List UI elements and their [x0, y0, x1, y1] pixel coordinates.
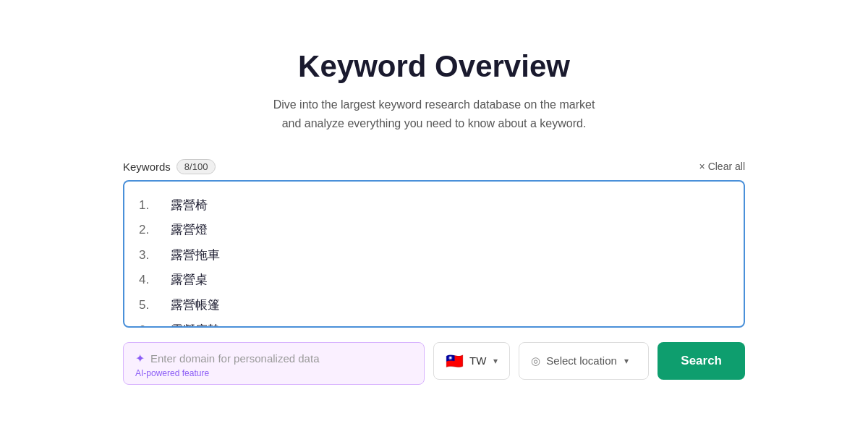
ai-powered-label: AI-powered feature	[135, 368, 412, 378]
sparkle-icon: ✦	[135, 352, 145, 365]
clear-all-button[interactable]: × Clear all	[699, 161, 745, 172]
keyword-text: 露營床墊	[171, 320, 220, 326]
keywords-count-badge: 8/100	[176, 159, 216, 174]
location-selector[interactable]: ◎ Select location ▾	[519, 342, 649, 380]
keywords-label-row: Keywords 8/100 × Clear all	[123, 159, 745, 174]
chevron-down-icon: ▾	[493, 356, 498, 366]
keyword-num: 3.	[139, 244, 156, 267]
list-item: 2.露營燈	[139, 218, 729, 243]
bottom-row: ✦ AI-powered feature 🇹🇼 TW ▾ ◎ Select lo…	[123, 342, 745, 385]
flag-icon: 🇹🇼	[446, 352, 464, 370]
list-item: 4.露營桌	[139, 268, 729, 293]
keyword-text: 露營拖車	[171, 244, 220, 267]
list-item: 6.露營床墊	[139, 318, 729, 326]
domain-input-row: ✦	[135, 352, 412, 365]
domain-input-wrapper: ✦ AI-powered feature	[123, 342, 425, 385]
domain-input[interactable]	[150, 352, 412, 365]
list-item: 3.露營拖車	[139, 243, 729, 268]
location-placeholder-text: Select location	[546, 354, 617, 367]
keyword-text: 露營帳篷	[171, 294, 220, 317]
keyword-num: 2.	[139, 219, 156, 242]
keywords-label: Keywords 8/100	[123, 159, 216, 174]
page-title: Keyword Overview	[298, 49, 570, 84]
keywords-list[interactable]: 1.露營椅2.露營燈3.露營拖車4.露營桌5.露營帳篷6.露營床墊7.露營裝備	[124, 182, 744, 326]
location-chevron-icon: ▾	[624, 356, 629, 366]
list-item: 5.露營帳篷	[139, 293, 729, 318]
keyword-num: 1.	[139, 195, 156, 217]
country-selector[interactable]: 🇹🇼 TW ▾	[433, 342, 510, 380]
keyword-num: 6.	[139, 320, 156, 326]
keyword-text: 露營桌	[171, 269, 208, 292]
search-button[interactable]: Search	[658, 342, 745, 380]
keyword-num: 4.	[139, 269, 156, 292]
list-item: 1.露營椅	[139, 193, 729, 218]
close-icon: ×	[699, 161, 705, 172]
keyword-num: 5.	[139, 294, 156, 317]
country-code: TW	[469, 354, 486, 367]
keywords-textarea-wrapper: 1.露營椅2.露營燈3.露營拖車4.露營桌5.露營帳篷6.露營床墊7.露營裝備	[123, 180, 745, 328]
page-subtitle: Dive into the largest keyword research d…	[273, 95, 595, 132]
keyword-text: 露營燈	[171, 219, 208, 242]
location-pin-icon: ◎	[531, 354, 540, 367]
main-container: Keyword Overview Dive into the largest k…	[109, 20, 760, 413]
keyword-text: 露營椅	[171, 195, 208, 217]
